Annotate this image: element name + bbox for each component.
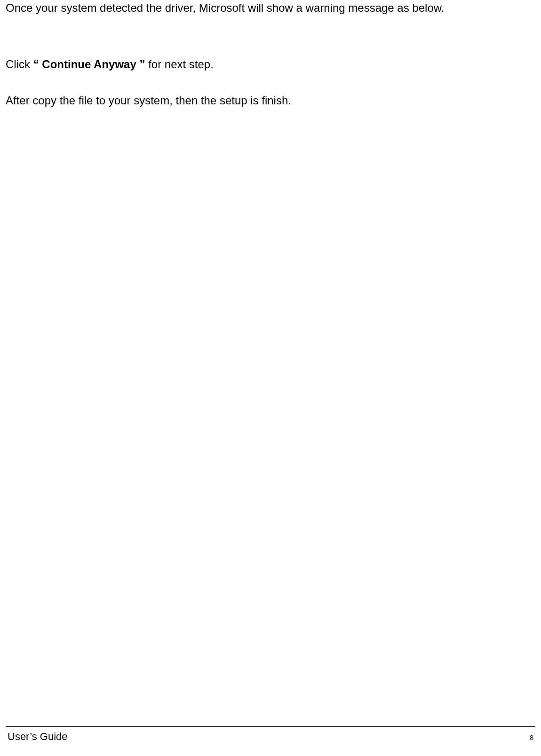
text-click-prefix: Click xyxy=(6,58,33,71)
footer-divider xyxy=(6,726,535,727)
page-footer: User’s Guide 8 xyxy=(6,726,535,743)
page-number: 8 xyxy=(530,734,533,741)
text-continue-anyway-bold: “ Continue Anyway ” xyxy=(33,58,145,71)
paragraph-setup-finish: After copy the file to your system, then… xyxy=(6,93,535,109)
text-click-suffix: for next step. xyxy=(145,58,213,71)
footer-title: User’s Guide xyxy=(8,731,68,743)
paragraph-continue-anyway: Click “ Continue Anyway ” for next step. xyxy=(6,56,535,72)
paragraph-driver-detected: Once your system detected the driver, Mi… xyxy=(6,0,535,16)
